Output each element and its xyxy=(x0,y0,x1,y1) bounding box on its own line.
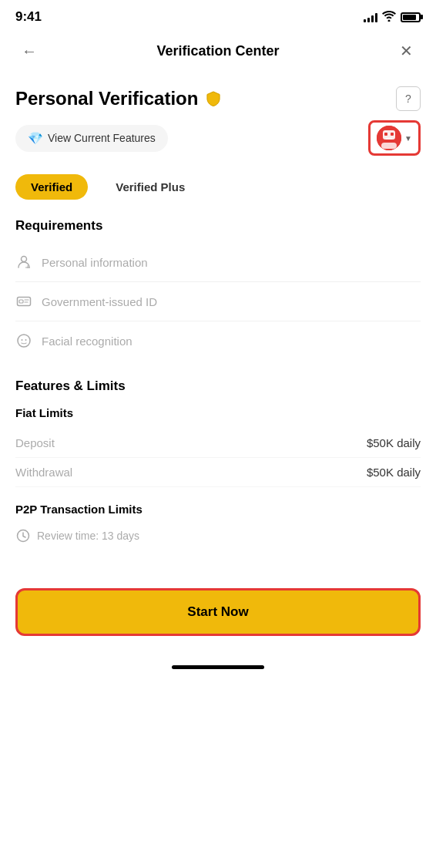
page-title: Personal Verification xyxy=(15,88,198,109)
page-title-row: Personal Verification ? xyxy=(15,86,421,111)
features-limits-section: Features & Limits Fiat Limits Deposit $5… xyxy=(15,378,421,487)
gem-icon: 💎 xyxy=(28,131,43,146)
view-features-row: 💎 View Current Features ▼ xyxy=(15,120,421,156)
req-gov-id: Government-issued ID xyxy=(15,285,421,318)
face-icon xyxy=(15,332,32,349)
req-facial: Facial recognition xyxy=(15,325,421,357)
p2p-heading: P2P Transaction Limits xyxy=(15,503,421,516)
status-time: 9:41 xyxy=(15,9,42,25)
avatar xyxy=(377,126,401,150)
req-gov-id-label: Government-issued ID xyxy=(42,295,157,308)
person-icon xyxy=(15,254,32,271)
help-icon: ? xyxy=(405,93,411,105)
tab-verified-plus[interactable]: Verified Plus xyxy=(100,174,200,200)
svg-rect-5 xyxy=(381,143,397,149)
view-features-label: View Current Features xyxy=(48,132,156,144)
battery-icon xyxy=(401,12,421,22)
req-personal-info-label: Personal information xyxy=(42,256,148,269)
deposit-label: Deposit xyxy=(15,436,55,449)
req-facial-label: Facial recognition xyxy=(42,335,132,348)
fiat-limits-heading: Fiat Limits xyxy=(15,406,421,419)
svg-rect-4 xyxy=(386,138,392,140)
requirements-heading: Requirements xyxy=(15,218,421,234)
dropdown-arrow-icon: ▼ xyxy=(404,134,412,143)
view-features-button[interactable]: 💎 View Current Features xyxy=(15,125,168,152)
svg-point-14 xyxy=(22,339,23,341)
start-now-button[interactable]: Start Now xyxy=(15,588,421,636)
deposit-row: Deposit $50K daily xyxy=(15,429,421,457)
tabs-row: Verified Verified Plus xyxy=(15,174,421,200)
id-card-icon xyxy=(15,293,32,310)
svg-point-6 xyxy=(22,257,27,262)
review-time-row: Review time: 13 days xyxy=(15,523,421,548)
svg-point-15 xyxy=(25,339,27,341)
home-indicator xyxy=(0,659,436,672)
avatar-dropdown[interactable]: ▼ xyxy=(368,120,421,156)
shield-icon xyxy=(204,89,223,108)
home-bar xyxy=(172,665,264,669)
svg-rect-3 xyxy=(391,133,394,136)
main-content: Personal Verification ? 💎 View Current F… xyxy=(0,74,436,576)
signal-icon xyxy=(364,12,377,22)
nav-header: ← Verification Center ✕ xyxy=(0,31,436,74)
requirements-section: Requirements Personal information xyxy=(15,218,421,357)
close-button[interactable]: ✕ xyxy=(393,37,421,65)
withdrawal-label: Withdrawal xyxy=(15,466,72,479)
back-button[interactable]: ← xyxy=(15,37,43,65)
svg-rect-10 xyxy=(19,300,23,303)
page-title-left: Personal Verification xyxy=(15,88,223,109)
withdrawal-row: Withdrawal $50K daily xyxy=(15,458,421,486)
svg-rect-2 xyxy=(384,133,387,136)
svg-rect-8 xyxy=(25,267,30,268)
svg-point-13 xyxy=(18,335,30,347)
clock-icon xyxy=(15,528,31,543)
nav-title: Verification Center xyxy=(156,43,279,59)
wifi-icon xyxy=(382,11,396,24)
deposit-value: $50K daily xyxy=(367,436,421,449)
req-personal-info: Personal information xyxy=(15,246,421,278)
status-bar: 9:41 xyxy=(0,0,436,31)
review-time-text: Review time: 13 days xyxy=(37,530,139,542)
help-button[interactable]: ? xyxy=(396,86,421,111)
bottom-section: Start Now xyxy=(0,576,436,659)
withdrawal-value: $50K daily xyxy=(367,466,421,479)
tab-verified[interactable]: Verified xyxy=(15,174,88,200)
p2p-section: P2P Transaction Limits Review time: 13 d… xyxy=(15,503,421,548)
features-limits-heading: Features & Limits xyxy=(15,378,421,394)
status-icons xyxy=(364,11,421,24)
